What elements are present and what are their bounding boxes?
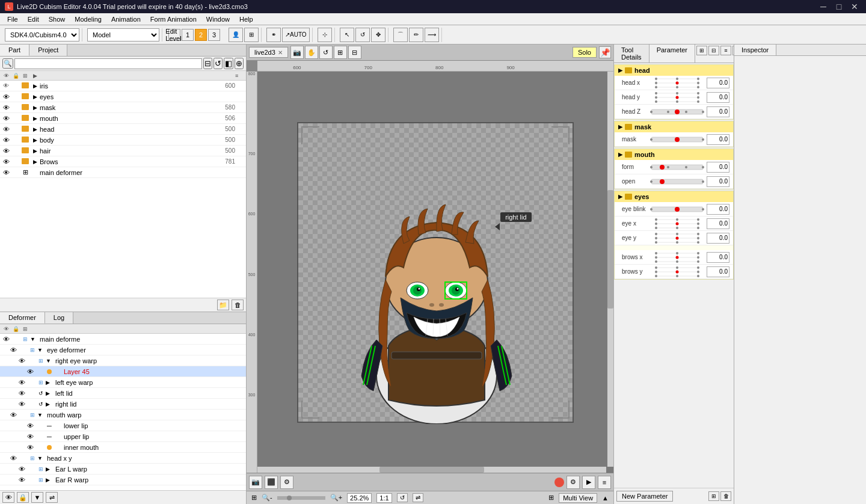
layer-search-input[interactable]	[14, 58, 202, 69]
tab-deformer[interactable]: Deformer	[0, 312, 45, 324]
deformer-layer45[interactable]: 👁 Layer 45	[0, 366, 246, 377]
def-expand-lew[interactable]: ▶	[46, 380, 55, 386]
layer-eyes[interactable]: 👁 ▶ eyes	[0, 91, 246, 102]
def-vis-l45[interactable]: 👁	[25, 368, 35, 375]
rotate-button[interactable]: ↺	[355, 28, 370, 42]
canvas-tab-live2d3[interactable]: live2d3 ✕	[249, 47, 288, 58]
deformer-inner-mouth[interactable]: 👁 inner mouth	[0, 442, 246, 453]
param-eye-blink-slider[interactable]	[650, 204, 704, 214]
deformer-eye[interactable]: 👁 ⊞ ▼ eye deformer	[0, 345, 246, 355]
param-view-btn1[interactable]: ⊞	[696, 46, 707, 55]
def-vis-toggle[interactable]: 👁	[2, 492, 14, 503]
window-controls[interactable]: ─ □ ✕	[817, 2, 861, 11]
mesh-button[interactable]: ⊹	[318, 28, 332, 42]
deformer-mouth-warp[interactable]: 👁 ⊞ ▼ mouth warp	[0, 410, 246, 420]
param-brows-y-value[interactable]	[707, 266, 729, 277]
def-vis-mw[interactable]: 👁	[8, 411, 18, 419]
param-view-btn3[interactable]: ≡	[720, 46, 731, 55]
layer-main-deformer[interactable]: 👁 ⊞ main deformer	[0, 167, 246, 178]
pin-button[interactable]: 📌	[599, 46, 611, 58]
param-form-slider[interactable]	[650, 162, 704, 172]
flip-h-btn[interactable]: ⇌	[413, 493, 423, 502]
tab-project[interactable]: Project	[29, 45, 67, 56]
tab-log[interactable]: Log	[45, 312, 73, 324]
vis-head[interactable]: 👁	[1, 126, 11, 133]
def-expand-eye[interactable]: ▼	[37, 347, 47, 353]
def-vis-eye[interactable]: 👁	[8, 346, 18, 354]
def-vis-uplip[interactable]: 👁	[25, 433, 35, 440]
layer-body[interactable]: 👁 ▶ body 500	[0, 135, 246, 146]
def-vis-ll[interactable]: 👁	[17, 390, 26, 397]
def-expand-rew[interactable]: ▼	[46, 358, 55, 364]
param-group-eyes-header[interactable]: ▶ eyes	[615, 191, 733, 202]
edit-level-2[interactable]: 2	[195, 29, 207, 41]
curve-button[interactable]: ⌒	[393, 28, 408, 42]
param-brows-x-slider[interactable]	[650, 253, 704, 262]
def-expand-rl[interactable]: ▶	[46, 401, 55, 407]
expand-mask[interactable]: ▶	[30, 105, 40, 111]
param-view-btn2[interactable]: ⊟	[708, 46, 719, 55]
param-eye-blink-value[interactable]	[707, 204, 729, 215]
tab-inspector[interactable]: Inspector	[734, 45, 776, 55]
deformer-left-eye-warp[interactable]: 👁 ⊞ ▶ left eye warp	[0, 377, 246, 388]
deformer-right-lid[interactable]: 👁 ↺ ▶ right lid	[0, 399, 246, 410]
vis-mask[interactable]: 👁	[1, 104, 11, 111]
deformer-lower-lip[interactable]: 👁 ─ lower lip	[0, 420, 246, 431]
h-scrollbar-thumb[interactable]	[379, 467, 484, 473]
arrow-auto-button[interactable]: ↗AUTO	[282, 28, 310, 42]
multiview-arrow[interactable]: ▲	[602, 494, 609, 502]
play-button[interactable]: ▶	[582, 476, 595, 489]
canvas-tab-close[interactable]: ✕	[278, 49, 283, 56]
param-group-head-header[interactable]: ▶ head	[615, 65, 733, 76]
layer-mask[interactable]: 👁 ▶ mask 580	[0, 102, 246, 113]
def-vis-im[interactable]: 👁	[25, 444, 35, 451]
param-head-y-value[interactable]	[707, 92, 729, 103]
def-flip[interactable]: ⇌	[46, 492, 58, 503]
param-form-value[interactable]	[707, 162, 729, 173]
def-vis-rew[interactable]: 👁	[17, 357, 26, 364]
edit-level-3[interactable]: 3	[208, 29, 220, 41]
deformer-right-eye-warp[interactable]: 👁 ⊞ ▼ right eye warp	[0, 355, 246, 366]
select-button[interactable]: ↖	[340, 28, 354, 42]
def-expand-earr[interactable]: ▶	[46, 477, 55, 483]
deformer-head-xy[interactable]: 👁 ⊞ ▼ head x y	[0, 453, 246, 464]
menu-show[interactable]: Show	[44, 14, 70, 24]
param-head-x-slider[interactable]	[650, 78, 704, 88]
menu-edit[interactable]: Edit	[23, 14, 44, 24]
expand-hair[interactable]: ▶	[30, 148, 40, 154]
canvas-fit-button[interactable]: ⊞	[251, 494, 257, 502]
tab-parameter[interactable]: Parameter	[650, 45, 695, 63]
zoom-slider[interactable]	[277, 496, 325, 500]
close-button[interactable]: ✕	[848, 2, 861, 11]
layer-brows[interactable]: 👁 ▶ Brows 781	[0, 156, 246, 167]
param-mask-slider[interactable]	[650, 135, 704, 144]
param-mask-value[interactable]	[707, 134, 729, 145]
def-expand-hxy[interactable]: ▼	[37, 455, 47, 461]
param-bottom-btn1[interactable]: ⊞	[708, 491, 719, 501]
transform-button[interactable]: ✥	[371, 28, 385, 42]
grid-button[interactable]: ⊞	[244, 28, 259, 42]
expand-head[interactable]: ▶	[30, 126, 40, 132]
layer-mouth[interactable]: 👁 ▶ mouth 506	[0, 113, 246, 124]
pen-button[interactable]: ✏	[409, 28, 423, 42]
canvas-tool-hand[interactable]: ✋	[305, 46, 318, 59]
filter-button[interactable]: ⊟	[203, 58, 212, 69]
sdk-select[interactable]: SDK4.0/Cubism4.0	[5, 28, 79, 41]
record-button[interactable]	[554, 478, 564, 487]
layer-iris[interactable]: 👁 ▶ iris 600	[0, 81, 246, 91]
def-vis-lowlip[interactable]: 👁	[25, 422, 35, 429]
param-eye-x-value[interactable]	[707, 218, 729, 229]
canvas-settings[interactable]: ⚙	[280, 476, 293, 489]
vis-main-deformer[interactable]: 👁	[1, 169, 11, 176]
person-button[interactable]: 👤	[229, 28, 243, 42]
deformer-main[interactable]: 👁 ⊞ ▼ main deforme	[0, 334, 246, 345]
def-lock-toggle[interactable]: 🔒	[17, 492, 29, 503]
canvas-tool-rotate[interactable]: ↺	[319, 46, 333, 59]
param-brows-x-value[interactable]	[707, 252, 729, 263]
menu-help[interactable]: Help	[235, 14, 258, 24]
connect-button[interactable]: ⚭	[266, 28, 281, 42]
h-scrollbar[interactable]	[257, 467, 606, 473]
def-expand-mw[interactable]: ▼	[37, 412, 47, 418]
new-param-button[interactable]: New Parameter	[616, 491, 673, 502]
expand-button[interactable]: ⊕	[235, 58, 244, 69]
